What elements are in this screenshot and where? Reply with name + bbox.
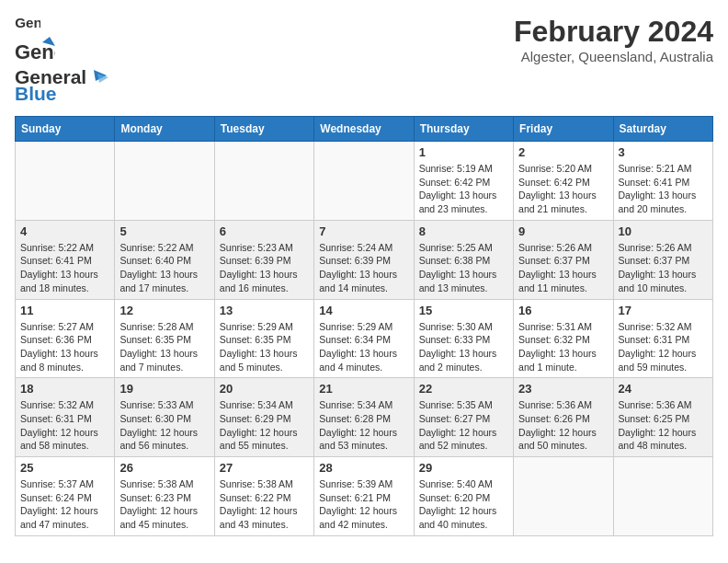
day-number: 3 — [619, 145, 708, 159]
day-info: Sunrise: 5:24 AMSunset: 6:39 PMDaylight:… — [319, 241, 408, 295]
page-header: General General General Blue February 20… — [15, 15, 713, 105]
calendar-day-cell: 21Sunrise: 5:34 AMSunset: 6:28 PMDayligh… — [314, 378, 414, 457]
calendar-day-cell: 10Sunrise: 5:26 AMSunset: 6:37 PMDayligh… — [613, 220, 712, 299]
day-info: Sunrise: 5:32 AMSunset: 6:31 PMDaylight:… — [20, 398, 109, 453]
day-info: Sunrise: 5:21 AMSunset: 6:41 PMDaylight:… — [619, 162, 708, 216]
calendar-day-cell — [115, 142, 214, 221]
calendar-week-row: 18Sunrise: 5:32 AMSunset: 6:31 PMDayligh… — [16, 378, 713, 457]
day-number: 14 — [319, 304, 408, 317]
calendar-day-cell: 15Sunrise: 5:30 AMSunset: 6:33 PMDayligh… — [414, 299, 513, 378]
month-year-title: February 2024 — [514, 15, 713, 49]
calendar-week-row: 11Sunrise: 5:27 AMSunset: 6:36 PMDayligh… — [16, 299, 713, 378]
logo-icon: General — [15, 15, 40, 31]
calendar-day-cell: 9Sunrise: 5:26 AMSunset: 6:37 PMDaylight… — [514, 220, 613, 299]
day-info: Sunrise: 5:26 AMSunset: 6:37 PMDaylight:… — [619, 241, 708, 295]
day-number: 12 — [119, 304, 209, 317]
day-number: 13 — [220, 304, 309, 317]
calendar-day-cell: 20Sunrise: 5:34 AMSunset: 6:29 PMDayligh… — [214, 378, 313, 457]
day-number: 16 — [518, 304, 608, 317]
day-number: 22 — [419, 382, 508, 396]
calendar-day-cell: 2Sunrise: 5:20 AMSunset: 6:42 PMDaylight… — [514, 142, 613, 221]
calendar-day-cell: 24Sunrise: 5:36 AMSunset: 6:25 PMDayligh… — [613, 378, 712, 457]
day-number: 28 — [319, 461, 408, 475]
day-number: 24 — [619, 382, 708, 396]
calendar-day-cell: 23Sunrise: 5:36 AMSunset: 6:26 PMDayligh… — [514, 378, 613, 457]
day-number: 18 — [20, 382, 109, 396]
day-number: 7 — [319, 224, 408, 238]
calendar-day-cell: 28Sunrise: 5:39 AMSunset: 6:21 PMDayligh… — [314, 457, 414, 536]
title-section: February 2024 Algester, Queensland, Aust… — [514, 15, 713, 64]
day-info: Sunrise: 5:39 AMSunset: 6:21 PMDaylight:… — [319, 477, 408, 532]
day-number: 17 — [619, 304, 708, 317]
calendar-table: SundayMondayTuesdayWednesdayThursdayFrid… — [15, 116, 713, 536]
day-info: Sunrise: 5:28 AMSunset: 6:35 PMDaylight:… — [119, 320, 209, 374]
calendar-day-cell: 12Sunrise: 5:28 AMSunset: 6:35 PMDayligh… — [115, 299, 214, 378]
day-info: Sunrise: 5:27 AMSunset: 6:36 PMDaylight:… — [20, 320, 109, 374]
day-number: 2 — [518, 145, 608, 159]
day-info: Sunrise: 5:36 AMSunset: 6:26 PMDaylight:… — [518, 398, 608, 453]
day-number: 29 — [419, 461, 508, 475]
calendar-day-cell — [214, 142, 313, 221]
day-info: Sunrise: 5:26 AMSunset: 6:37 PMDaylight:… — [518, 241, 608, 295]
day-number: 20 — [220, 382, 309, 396]
day-number: 6 — [220, 224, 309, 238]
calendar-day-cell: 3Sunrise: 5:21 AMSunset: 6:41 PMDaylight… — [613, 142, 712, 221]
day-info: Sunrise: 5:31 AMSunset: 6:32 PMDaylight:… — [518, 320, 608, 374]
calendar-day-cell — [16, 142, 115, 221]
calendar-day-cell: 16Sunrise: 5:31 AMSunset: 6:32 PMDayligh… — [514, 299, 613, 378]
weekday-header: Thursday — [414, 117, 513, 142]
weekday-header: Saturday — [613, 117, 712, 142]
calendar-day-cell: 5Sunrise: 5:22 AMSunset: 6:40 PMDaylight… — [115, 220, 214, 299]
day-info: Sunrise: 5:22 AMSunset: 6:41 PMDaylight:… — [20, 241, 109, 295]
location-subtitle: Algester, Queensland, Australia — [514, 49, 713, 64]
calendar-day-cell: 13Sunrise: 5:29 AMSunset: 6:35 PMDayligh… — [214, 299, 313, 378]
day-number: 26 — [119, 461, 209, 475]
svg-text:General: General — [15, 15, 40, 30]
day-info: Sunrise: 5:25 AMSunset: 6:38 PMDaylight:… — [419, 241, 508, 295]
day-number: 27 — [220, 461, 309, 475]
day-info: Sunrise: 5:34 AMSunset: 6:28 PMDaylight:… — [319, 398, 408, 453]
day-info: Sunrise: 5:33 AMSunset: 6:30 PMDaylight:… — [119, 398, 209, 453]
day-info: Sunrise: 5:34 AMSunset: 6:29 PMDaylight:… — [220, 398, 309, 453]
calendar-day-cell: 26Sunrise: 5:38 AMSunset: 6:23 PMDayligh… — [115, 457, 214, 536]
logo-bird-icon: General — [15, 33, 55, 66]
day-number: 25 — [20, 461, 109, 475]
day-number: 15 — [419, 304, 508, 317]
calendar-day-cell: 19Sunrise: 5:33 AMSunset: 6:30 PMDayligh… — [115, 378, 214, 457]
day-info: Sunrise: 5:20 AMSunset: 6:42 PMDaylight:… — [518, 162, 608, 216]
day-number: 23 — [518, 382, 608, 396]
day-info: Sunrise: 5:29 AMSunset: 6:35 PMDaylight:… — [220, 320, 309, 374]
day-info: Sunrise: 5:40 AMSunset: 6:20 PMDaylight:… — [419, 477, 508, 532]
calendar-week-row: 25Sunrise: 5:37 AMSunset: 6:24 PMDayligh… — [16, 457, 713, 536]
calendar-week-row: 4Sunrise: 5:22 AMSunset: 6:41 PMDaylight… — [16, 220, 713, 299]
day-number: 21 — [319, 382, 408, 396]
day-number: 10 — [619, 224, 708, 238]
calendar-day-cell: 1Sunrise: 5:19 AMSunset: 6:42 PMDaylight… — [414, 142, 513, 221]
day-info: Sunrise: 5:32 AMSunset: 6:31 PMDaylight:… — [619, 320, 708, 374]
day-number: 1 — [419, 145, 508, 159]
logo-blue-text: Blue — [15, 83, 108, 105]
weekday-header: Friday — [514, 117, 613, 142]
calendar-day-cell: 11Sunrise: 5:27 AMSunset: 6:36 PMDayligh… — [16, 299, 115, 378]
day-info: Sunrise: 5:37 AMSunset: 6:24 PMDaylight:… — [20, 477, 109, 532]
day-number: 19 — [119, 382, 209, 396]
day-number: 9 — [518, 224, 608, 238]
day-number: 8 — [419, 224, 508, 238]
day-number: 11 — [20, 304, 109, 317]
calendar-day-cell: 27Sunrise: 5:38 AMSunset: 6:22 PMDayligh… — [214, 457, 313, 536]
calendar-day-cell: 14Sunrise: 5:29 AMSunset: 6:34 PMDayligh… — [314, 299, 414, 378]
day-info: Sunrise: 5:36 AMSunset: 6:25 PMDaylight:… — [619, 398, 708, 453]
calendar-day-cell: 7Sunrise: 5:24 AMSunset: 6:39 PMDaylight… — [314, 220, 414, 299]
calendar-day-cell: 4Sunrise: 5:22 AMSunset: 6:41 PMDaylight… — [16, 220, 115, 299]
calendar-day-cell: 29Sunrise: 5:40 AMSunset: 6:20 PMDayligh… — [414, 457, 513, 536]
day-info: Sunrise: 5:23 AMSunset: 6:39 PMDaylight:… — [220, 241, 309, 295]
weekday-header: Wednesday — [314, 117, 414, 142]
day-info: Sunrise: 5:35 AMSunset: 6:27 PMDaylight:… — [419, 398, 508, 453]
weekday-header: Tuesday — [214, 117, 313, 142]
weekday-header: Sunday — [16, 117, 115, 142]
day-info: Sunrise: 5:19 AMSunset: 6:42 PMDaylight:… — [419, 162, 508, 216]
calendar-day-cell: 8Sunrise: 5:25 AMSunset: 6:38 PMDaylight… — [414, 220, 513, 299]
calendar-day-cell: 6Sunrise: 5:23 AMSunset: 6:39 PMDaylight… — [214, 220, 313, 299]
day-info: Sunrise: 5:29 AMSunset: 6:34 PMDaylight:… — [319, 320, 408, 374]
day-info: Sunrise: 5:38 AMSunset: 6:23 PMDaylight:… — [119, 477, 209, 532]
